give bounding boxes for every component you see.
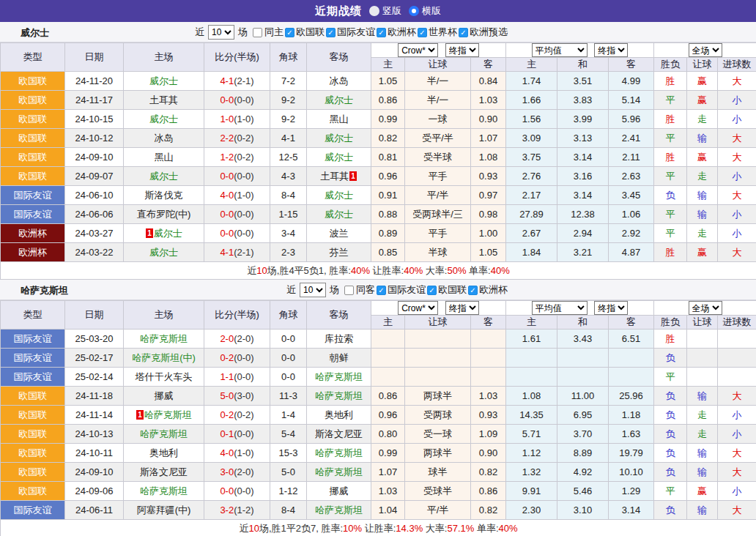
halftime-score: (0-0) xyxy=(234,485,253,496)
score-cell: 2-2(0-2) xyxy=(204,129,270,148)
competition-checkbox[interactable]: ✓ xyxy=(427,286,437,295)
average-select[interactable]: 平均值 xyxy=(532,301,588,315)
full-match-select[interactable]: 全场 xyxy=(689,43,722,57)
radio-unselected-icon[interactable] xyxy=(369,6,379,16)
avg-odds-cell: 2.17 xyxy=(506,186,557,205)
team-name: 斯洛伐克 xyxy=(145,190,183,201)
topbar: 近期战绩 竖版 横版 xyxy=(0,0,756,22)
team-name: 威尔士 xyxy=(149,75,178,86)
filters: 近10场同客✓国际友谊✓欧国联✓欧洲杯 xyxy=(286,280,508,300)
fulltime-score: 0-0 xyxy=(220,209,234,220)
outcome-cell: 平 xyxy=(654,167,687,186)
provider-select[interactable]: Crow* xyxy=(398,301,438,315)
near-label: 近 xyxy=(195,26,204,39)
odds-cell: 0.93 xyxy=(471,406,506,425)
outcome-cell: 赢 xyxy=(687,72,718,91)
halftime-score: (0-0) xyxy=(234,428,253,439)
summary-part: 40% xyxy=(499,523,518,534)
summary-part: 40% xyxy=(491,265,510,276)
avg-odds-cell: 8.89 xyxy=(557,444,609,463)
table-row: 欧国联24-09-07威尔士0-0(0-0)4-3土耳其10.96平手0.932… xyxy=(1,167,756,186)
final-index-select-2[interactable]: 终指 xyxy=(594,43,628,57)
home-team-cell: 威尔士 xyxy=(124,110,204,129)
fulltime-score: 0-2 xyxy=(220,352,234,363)
corners-cell: 1-12 xyxy=(270,482,307,501)
competition-checkbox[interactable]: ✓ xyxy=(468,286,478,295)
provider-select[interactable]: Crow* xyxy=(398,43,438,57)
outcome-cell xyxy=(687,368,718,387)
same-venue-checkbox[interactable] xyxy=(253,28,262,37)
competition-checkbox[interactable]: ✓ xyxy=(377,286,386,295)
competition-checkbox[interactable]: ✓ xyxy=(418,28,427,37)
outcome-cell: 输 xyxy=(687,186,718,205)
competition-checkbox[interactable]: ✓ xyxy=(326,28,336,37)
team-name: 直布罗陀(中) xyxy=(137,209,191,220)
table-row: 欧国联24-10-11奥地利4-0(1-0)15-3哈萨克斯坦0.99两球半0.… xyxy=(1,444,756,463)
same-venue-checkbox[interactable] xyxy=(344,286,354,295)
average-select[interactable]: 平均值 xyxy=(532,43,588,57)
odds-cell: 1.07 xyxy=(371,463,405,482)
corners-cell: 15-3 xyxy=(270,444,307,463)
col-date: 日期 xyxy=(65,301,124,330)
corners-cell: 9-2 xyxy=(270,91,307,110)
table-row: 欧国联24-09-06哈萨克斯坦0-0(0-0)1-12挪威1.03受球半0.8… xyxy=(1,482,756,501)
fulltime-score: 2-2 xyxy=(220,133,234,144)
team-name: 威尔士 xyxy=(325,190,353,201)
competition-checkbox[interactable]: ✓ xyxy=(285,28,294,37)
odds-cell: 两球半 xyxy=(405,444,471,463)
match-type-cell: 欧国联 xyxy=(1,167,65,186)
avg-odds-cell: 3.14 xyxy=(557,148,609,167)
score-cell: 0-0(0-0) xyxy=(204,205,270,224)
avg-odds-cell: 2.63 xyxy=(609,167,654,186)
outcome-cell: 赢 xyxy=(687,91,718,110)
col-host-odds: 主 xyxy=(371,58,405,72)
competition-checkbox[interactable]: ✓ xyxy=(377,28,386,37)
table-row: 欧国联24-11-20威尔士4-1(2-1)7-2冰岛1.05半/一0.841.… xyxy=(1,72,756,91)
date-cell: 24-11-20 xyxy=(65,72,124,91)
outcome-cell: 赢 xyxy=(687,243,718,262)
col-corner: 角球 xyxy=(270,301,307,330)
fulltime-score: 4-0 xyxy=(220,447,234,458)
games-label: 场 xyxy=(238,26,248,39)
avg-odds-cell: 25.96 xyxy=(609,387,654,406)
corners-cell: 4-3 xyxy=(270,167,307,186)
fulltime-score: 2-0 xyxy=(220,333,234,344)
team-name: 库拉索 xyxy=(325,333,353,344)
home-team-cell: 哈萨克斯坦(中) xyxy=(124,349,204,368)
layout-option-vertical[interactable]: 竖版 xyxy=(369,4,401,18)
home-team-cell: 塔什干火车头 xyxy=(124,368,204,387)
col-score: 比分(半场) xyxy=(204,43,270,72)
final-index-select[interactable]: 终指 xyxy=(445,43,479,57)
near-count-select[interactable]: 10 xyxy=(300,283,326,297)
corners-cell: 0-0 xyxy=(270,330,307,349)
competition-checkbox[interactable]: ✓ xyxy=(459,28,468,37)
odds-cell xyxy=(471,330,506,349)
radio-selected-icon[interactable] xyxy=(409,6,419,16)
corners-cell: 8-4 xyxy=(270,186,307,205)
table-row: 国际友谊25-02-17哈萨克斯坦(中)0-2(0-0)0-0朝鲜负 xyxy=(1,349,756,368)
score-cell: 2-0(2-0) xyxy=(204,330,270,349)
away-team-cell: 斯洛文尼亚 xyxy=(307,425,371,444)
col-date: 日期 xyxy=(65,43,124,72)
table-row: 国际友谊25-03-20哈萨克斯坦2-0(2-0)0-0库拉索1.613.436… xyxy=(1,330,756,349)
home-team-cell: 斯洛文尼亚 xyxy=(124,463,204,482)
team-name: 冰岛 xyxy=(155,133,174,144)
outcome-cell: 小 xyxy=(718,91,756,110)
table-row: 国际友谊24-06-10斯洛伐克4-0(1-0)8-4威尔士0.91平/半0.9… xyxy=(1,186,756,205)
avg-odds-cell: 1.56 xyxy=(506,110,557,129)
outcome-cell: 小 xyxy=(718,205,756,224)
col-home: 主场 xyxy=(124,301,204,330)
final-index-select[interactable]: 终指 xyxy=(445,301,479,315)
odds-cell: 0.99 xyxy=(371,110,405,129)
fulltime-score: 0-0 xyxy=(220,94,234,105)
full-match-select[interactable]: 全场 xyxy=(689,301,722,315)
odds-cell: 1.05 xyxy=(471,243,506,262)
final-index-select-2[interactable]: 终指 xyxy=(594,301,628,315)
odds-cell: 0.93 xyxy=(471,167,506,186)
odds-cell: 0.97 xyxy=(471,186,506,205)
near-count-select[interactable]: 10 xyxy=(208,25,234,40)
outcome-cell: 胜 xyxy=(654,72,687,91)
layout-option-horizontal[interactable]: 横版 xyxy=(409,4,441,18)
table-row: 国际友谊24-06-11阿塞拜疆(中)3-2(1-2)8-4哈萨克斯坦1.04平… xyxy=(1,501,756,520)
avg-odds-cell xyxy=(609,349,654,368)
